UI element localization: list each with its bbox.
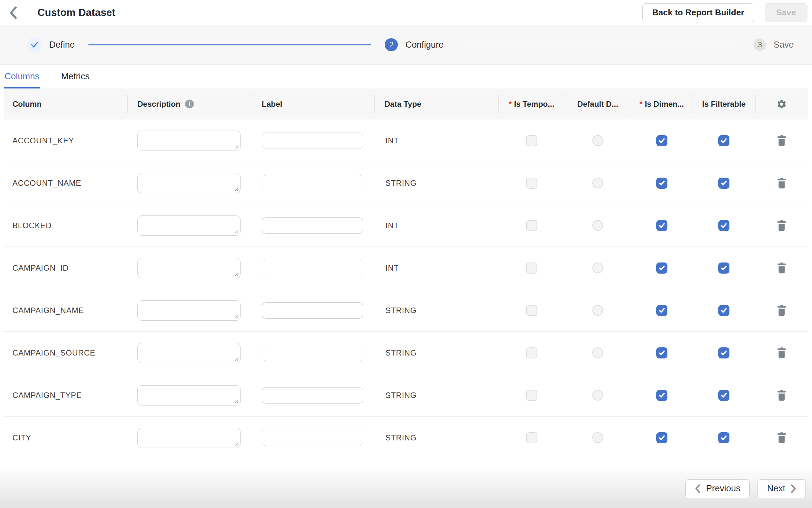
is-filterable-checkbox[interactable] [718,220,729,231]
default-d-radio[interactable] [592,220,603,231]
label-input[interactable] [262,175,363,191]
is-temporal-checkbox[interactable] [526,305,537,316]
description-textarea[interactable] [137,343,240,363]
default-d-radio[interactable] [592,432,603,443]
page-title: Custom Dataset [38,7,116,18]
header-actions [755,88,808,120]
description-textarea[interactable] [137,300,240,321]
description-textarea[interactable] [137,215,240,236]
is-dimension-checkbox[interactable] [656,305,667,316]
is-temporal-checkbox[interactable] [526,135,537,146]
description-textarea[interactable] [137,385,240,406]
columns-table: Column Description i Label Data Type *Is… [4,88,808,459]
description-textarea[interactable] [137,131,240,151]
label-input[interactable] [262,217,363,234]
step-configure-number: 2 [385,38,398,51]
description-field-wrapper [137,173,240,193]
previous-label: Previous [706,483,740,494]
label-input[interactable] [262,302,363,319]
required-asterisk: * [509,99,512,109]
header-is-dimension: *Is Dimen... [631,88,692,120]
is-temporal-checkbox[interactable] [526,220,537,231]
label-input[interactable] [262,260,363,276]
is-temporal-checkbox[interactable] [526,262,537,273]
step-save-label: Save [773,40,794,50]
step-configure[interactable]: 2 Configure [385,38,444,51]
label-input[interactable] [262,387,363,404]
previous-button[interactable]: Previous [685,479,750,498]
default-d-radio[interactable] [592,390,603,400]
description-field-wrapper [137,385,240,406]
default-d-radio[interactable] [592,178,603,188]
delete-row-icon[interactable] [777,220,786,231]
description-textarea[interactable] [137,258,240,278]
footer-bar: Previous Next [0,469,812,508]
label-input[interactable] [262,345,363,361]
default-d-radio[interactable] [592,262,603,273]
tab-metrics[interactable]: Metrics [61,65,90,88]
is-filterable-checkbox[interactable] [718,178,729,189]
step-define[interactable]: Define [27,38,75,52]
header-is-temporal: *Is Tempo... [498,88,565,120]
is-dimension-checkbox[interactable] [656,178,667,189]
is-filterable-checkbox[interactable] [718,390,729,401]
data-type-value: STRING [374,433,498,442]
step-define-label: Define [49,40,75,50]
default-d-radio[interactable] [592,347,603,358]
description-field-wrapper [137,131,240,151]
top-bar: Custom Dataset Back to Report Builder Sa… [0,0,812,25]
delete-row-icon[interactable] [777,305,786,316]
save-button[interactable]: Save [765,3,807,22]
chevron-left-icon [695,484,701,493]
description-textarea[interactable] [137,428,240,448]
step-connector-pending [457,45,740,45]
is-dimension-checkbox[interactable] [656,347,667,358]
header-description: Description i [127,88,252,120]
delete-row-icon[interactable] [777,178,786,189]
delete-row-icon[interactable] [777,262,786,273]
table-row: CITY STRING [4,417,808,459]
next-label: Next [767,483,785,494]
delete-row-icon[interactable] [777,135,786,146]
tab-columns[interactable]: Columns [4,65,40,88]
column-name: CAMPAIGN_ID [4,263,127,272]
info-icon[interactable]: i [185,99,194,109]
step-save-number: 3 [754,39,766,51]
delete-row-icon[interactable] [777,432,786,443]
column-name: CITY [4,433,127,442]
is-temporal-checkbox[interactable] [526,178,537,189]
back-button[interactable] [0,0,27,25]
step-save[interactable]: 3 Save [754,39,794,51]
step-configure-label: Configure [405,40,444,50]
tab-bar: Columns Metrics [0,65,812,88]
is-filterable-checkbox[interactable] [718,135,729,146]
is-dimension-checkbox[interactable] [656,432,667,443]
is-filterable-checkbox[interactable] [718,347,729,358]
table-row: CAMPAIGN_TYPE STRING [4,374,808,417]
is-filterable-checkbox[interactable] [718,262,729,273]
column-name: BLOCKED [4,221,127,230]
is-dimension-checkbox[interactable] [656,135,667,146]
stepper: Define 2 Configure 3 Save [0,25,812,65]
delete-row-icon[interactable] [777,390,786,401]
is-temporal-checkbox[interactable] [526,432,537,443]
back-to-report-builder-button[interactable]: Back to Report Builder [642,3,755,22]
next-button[interactable]: Next [758,479,806,498]
label-input[interactable] [262,133,363,149]
label-input[interactable] [262,430,363,446]
data-type-value: STRING [374,179,498,188]
default-d-radio[interactable] [592,305,603,316]
gear-icon[interactable] [755,99,808,110]
default-d-radio[interactable] [592,135,603,146]
is-dimension-checkbox[interactable] [656,262,667,273]
is-filterable-checkbox[interactable] [718,432,729,443]
is-temporal-checkbox[interactable] [526,390,537,401]
is-filterable-checkbox[interactable] [718,305,729,316]
delete-row-icon[interactable] [777,347,786,358]
header-data-type: Data Type [374,88,498,120]
is-temporal-checkbox[interactable] [526,347,537,358]
column-name: ACCOUNT_NAME [4,179,127,188]
description-textarea[interactable] [137,173,240,193]
is-dimension-checkbox[interactable] [656,390,667,401]
is-dimension-checkbox[interactable] [656,220,667,231]
